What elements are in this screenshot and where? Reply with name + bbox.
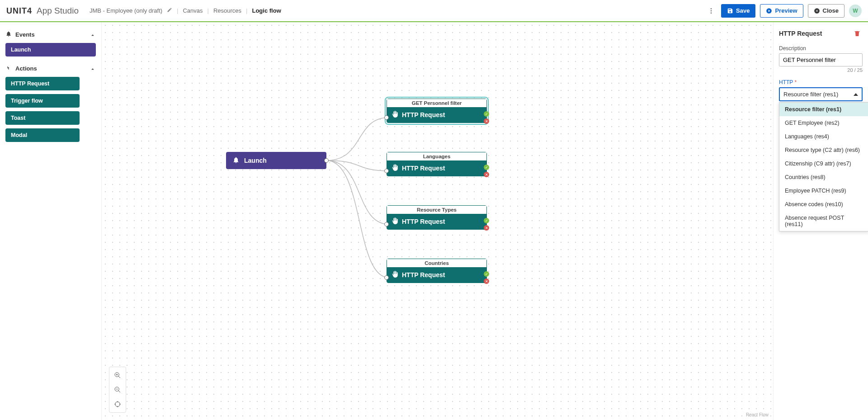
dropdown-option[interactable]: Resource filter (res1)	[779, 103, 868, 116]
node-status: ✓ ✕	[484, 111, 489, 124]
dropdown-option[interactable]: Citizenship (C9 attr) (res7)	[779, 157, 868, 170]
chevron-up-icon	[90, 65, 96, 72]
status-ok-icon[interactable]: ✓	[484, 111, 489, 117]
node-body-label: HTTP Request	[402, 165, 445, 172]
breadcrumb-logic-flow[interactable]: Logic flow	[252, 7, 281, 14]
status-error-icon[interactable]: ✕	[484, 172, 489, 177]
sidebar-actions-label: Actions	[15, 65, 37, 72]
node-http-request[interactable]: Countries HTTP Request ✓ ✕	[387, 259, 487, 283]
hand-icon	[392, 271, 398, 279]
action-label: Trigger flow	[11, 98, 43, 104]
chevron-up-icon	[90, 31, 96, 38]
action-label: Toast	[11, 115, 25, 121]
save-label: Save	[736, 7, 750, 14]
status-error-icon[interactable]: ✕	[484, 225, 489, 231]
breadcrumb-project[interactable]: JMB - Employee (only draft)	[90, 7, 162, 14]
dropdown-option[interactable]: Absence codes (res10)	[779, 198, 868, 211]
flow-canvas[interactable]: Launch GET Personnel filter HTTP Request…	[102, 22, 773, 420]
node-status: ✓ ✕	[484, 218, 489, 231]
breadcrumb-separator: |	[208, 7, 209, 14]
sidebar-action-modal[interactable]: Modal	[5, 128, 80, 142]
breadcrumb-separator: |	[246, 7, 247, 14]
description-label: Description	[779, 45, 863, 52]
svg-point-1	[711, 10, 712, 11]
status-error-icon[interactable]: ✕	[484, 118, 489, 124]
edit-icon[interactable]	[167, 7, 172, 14]
delete-button[interactable]	[852, 28, 863, 39]
top-actions: Save Preview Close W	[706, 4, 862, 18]
action-label: HTTP Request	[11, 80, 49, 87]
node-body-label: HTTP Request	[402, 271, 445, 278]
sidebar-action-trigger-flow[interactable]: Trigger flow	[5, 94, 80, 108]
bell-icon	[232, 156, 240, 165]
sidebar-action-toast[interactable]: Toast	[5, 111, 80, 125]
http-label: HTTP	[779, 79, 863, 85]
dropdown-option[interactable]: Countries (res8)	[779, 170, 868, 184]
breadcrumb-separator: |	[177, 7, 178, 14]
svg-line-8	[118, 391, 120, 392]
sidebar-actions-header[interactable]: Actions	[5, 65, 96, 72]
hand-icon	[392, 111, 398, 119]
close-label: Close	[823, 7, 839, 14]
avatar[interactable]: W	[849, 5, 862, 17]
svg-point-0	[711, 8, 712, 9]
http-dropdown: Resource filter (res1) GET Employee (res…	[779, 102, 868, 231]
breadcrumb: JMB - Employee (only draft) | Canvas | R…	[90, 7, 281, 14]
dropdown-option[interactable]: Employee PATCH (res9)	[779, 184, 868, 198]
close-button[interactable]: Close	[808, 4, 844, 18]
breadcrumb-resources[interactable]: Resources	[213, 7, 241, 14]
canvas-attribution: React Flow	[746, 412, 769, 417]
svg-point-10	[115, 402, 120, 407]
node-title: GET Personnel filter	[387, 99, 486, 107]
caret-up-icon	[854, 93, 858, 96]
sidebar-event-launch[interactable]: Launch	[5, 43, 96, 57]
node-http-request[interactable]: GET Personnel filter HTTP Request ✓ ✕	[387, 99, 487, 123]
node-body-label: HTTP Request	[402, 218, 445, 225]
cursor-icon	[5, 65, 12, 72]
status-ok-icon[interactable]: ✓	[484, 218, 489, 223]
brand-product: App Studio	[37, 6, 79, 16]
panel-title: HTTP Request	[779, 30, 822, 37]
canvas-controls	[109, 367, 126, 413]
node-http-request[interactable]: Resource Types HTTP Request ✓ ✕	[387, 205, 487, 230]
node-http-request[interactable]: Languages HTTP Request ✓ ✕	[387, 152, 487, 176]
svg-point-2	[711, 12, 712, 13]
bell-icon	[5, 31, 12, 38]
fit-view-button[interactable]	[111, 398, 124, 411]
sidebar-events-label: Events	[15, 31, 35, 38]
http-selected-value: Resource filter (res1)	[783, 91, 838, 98]
brand-logo: UNIT4	[6, 6, 32, 16]
node-launch-label: Launch	[244, 157, 267, 164]
breadcrumb-canvas[interactable]: Canvas	[183, 7, 203, 14]
http-select[interactable]: Resource filter (res1)	[779, 87, 863, 101]
action-label: Modal	[11, 132, 27, 138]
status-ok-icon[interactable]: ✓	[484, 165, 489, 170]
zoom-in-button[interactable]	[111, 369, 124, 382]
description-counter: 20 / 25	[779, 67, 863, 73]
dropdown-option[interactable]: Languages (res4)	[779, 130, 868, 143]
node-port-output[interactable]	[324, 158, 329, 163]
dropdown-option[interactable]: GET Employee (res2)	[779, 116, 868, 130]
node-status: ✓ ✕	[484, 165, 489, 177]
sidebar: Events Launch Actions HTTP Request Tr	[0, 22, 102, 420]
kebab-menu-icon[interactable]	[706, 5, 717, 16]
topbar: UNIT4 App Studio JMB - Employee (only dr…	[0, 0, 868, 22]
status-error-icon[interactable]: ✕	[484, 278, 489, 284]
preview-button[interactable]: Preview	[760, 4, 803, 18]
event-label: Launch	[11, 47, 31, 53]
brand: UNIT4 App Studio	[6, 6, 79, 16]
dropdown-option[interactable]: Resource type (C2 attr) (res6)	[779, 143, 868, 157]
node-launch[interactable]: Launch	[226, 152, 326, 169]
hand-icon	[392, 164, 398, 172]
sidebar-action-http-request[interactable]: HTTP Request	[5, 77, 80, 90]
sidebar-events-header[interactable]: Events	[5, 31, 96, 38]
node-title: Countries	[387, 259, 486, 267]
node-body-label: HTTP Request	[402, 111, 445, 118]
description-input[interactable]	[779, 53, 863, 66]
node-title: Languages	[387, 152, 486, 160]
svg-line-4	[118, 376, 120, 378]
status-ok-icon[interactable]: ✓	[484, 271, 489, 277]
save-button[interactable]: Save	[721, 4, 755, 18]
dropdown-option[interactable]: Absence request POST (res11)	[779, 211, 868, 231]
zoom-out-button[interactable]	[111, 383, 124, 396]
